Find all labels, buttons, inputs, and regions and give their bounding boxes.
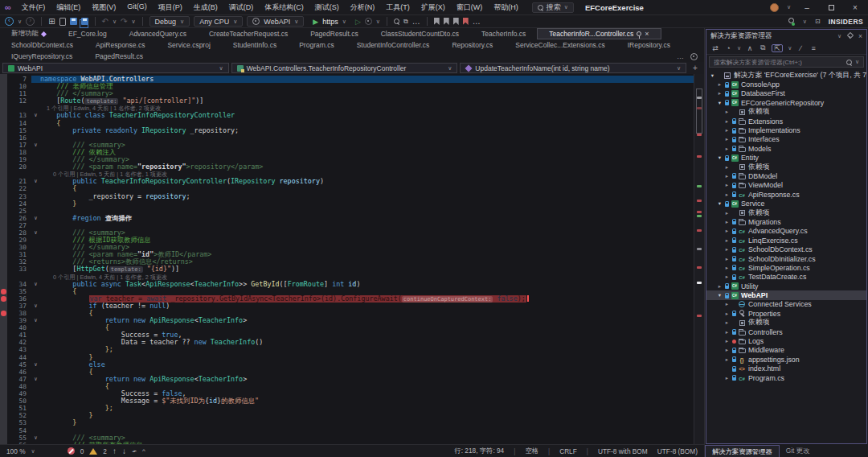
navigate-forward-icon[interactable] <box>26 17 35 26</box>
glyph-margin[interactable] <box>0 97 7 105</box>
tree-item[interactable]: ▸依赖项 <box>706 208 866 217</box>
glyph-margin[interactable] <box>0 134 7 142</box>
codelens-text[interactable]: 1 个引用 | Edwin, 4 天前 | 1 名作者, 2 项更改 <box>47 105 161 112</box>
expand-arrow-icon[interactable]: ▸ <box>723 127 731 134</box>
expand-arrow-icon[interactable]: ▸ <box>723 228 731 234</box>
live-share-icon[interactable] <box>787 18 795 26</box>
fold-arrow-icon[interactable]: ∨ <box>31 215 40 222</box>
preview-selected-items-icon[interactable]: ⧉ <box>759 44 767 52</box>
warning-count[interactable]: 2 <box>103 447 107 455</box>
glyph-margin[interactable] <box>0 120 7 127</box>
expand-arrow-icon[interactable]: ▸ <box>723 210 731 216</box>
tree-item[interactable]: ▸Utility <box>706 282 866 290</box>
menu-item[interactable]: 工具(T) <box>380 2 416 13</box>
code-line[interactable]: 46 { <box>0 368 694 376</box>
error-count[interactable]: 0 <box>80 447 84 455</box>
document-tab[interactable]: TeacherInfoR...Controller.cs× <box>537 28 661 39</box>
menu-item[interactable]: 文件(F) <box>16 2 51 13</box>
tree-item[interactable]: ▸依赖项 <box>706 163 866 171</box>
fold-arrow-icon[interactable]: ∨ <box>31 112 40 119</box>
pending-changes-filter-icon[interactable]: ◔ <box>724 44 732 52</box>
collapse-all-icon[interactable]: ∧ <box>746 44 754 52</box>
code-line[interactable]: 31 /// <param name="id">教师ID</param> <box>0 251 694 258</box>
codelens-row[interactable]: 0 个引用 | Edwin, 4 天前 | 1 名作者, 2 项更改 <box>0 274 694 281</box>
code-line[interactable]: 52 } <box>0 412 694 419</box>
zoom-chevron-icon[interactable]: ∨ <box>31 448 35 455</box>
code-line[interactable]: 14 { <box>0 120 694 127</box>
code-line[interactable]: 34∨ public async Task<ApiResponse<Teache… <box>0 281 694 288</box>
glyph-margin[interactable] <box>0 200 7 208</box>
navigate-back-chevron-icon[interactable]: ∨ <box>18 19 22 25</box>
tree-item[interactable]: ▸Controllers <box>706 327 866 336</box>
indentation-mode[interactable]: 空格 <box>525 447 538 455</box>
caret-position[interactable]: 行: 218, 字符: 94 <box>454 447 504 455</box>
tree-item[interactable]: ▸SimpleOperation.cs <box>706 263 866 272</box>
glyph-margin[interactable] <box>0 156 7 163</box>
platform-dropdown[interactable]: Any CPU∨ <box>194 16 243 27</box>
feedback-icon[interactable]: ⊡ <box>815 18 821 26</box>
document-tab[interactable]: Repository.cs <box>440 39 504 51</box>
document-tab[interactable]: TeacherInfo.cs <box>470 28 537 39</box>
undo-icon[interactable]: ↶ <box>102 18 108 26</box>
glyph-margin[interactable] <box>0 229 7 237</box>
code-line[interactable]: 19 /// </summary> <box>0 156 694 163</box>
tree-item[interactable]: ▸ConsoleApp <box>706 80 866 89</box>
tree-item[interactable]: ▾Entity <box>706 154 866 163</box>
code-line[interactable]: 49 Success = false, <box>0 390 694 397</box>
expand-arrow-icon[interactable]: ▸ <box>723 356 731 363</box>
glyph-margin[interactable] <box>0 346 7 353</box>
document-tab[interactable]: 新增功能 <box>0 28 57 39</box>
code-line[interactable]: 37∨ if (teacher != null) <box>0 303 694 310</box>
document-tab[interactable]: StudentInfo.cs <box>222 39 288 51</box>
member-dropdown[interactable]: UpdateTeacherInfoName(int id, string nam… <box>460 63 686 73</box>
glyph-margin[interactable] <box>0 112 7 119</box>
redo-icon[interactable]: ↷ <box>121 18 127 26</box>
fold-arrow-icon[interactable]: ∨ <box>31 317 40 324</box>
expand-arrow-icon[interactable]: ▸ <box>723 191 731 198</box>
document-tab[interactable]: CreateTeacherRequest.cs <box>198 28 299 39</box>
glyph-margin[interactable] <box>0 163 7 171</box>
code-line[interactable]: 35 { <box>0 288 694 295</box>
type-dropdown[interactable]: WebAPI.Controllers.TeacherInfoRepository… <box>231 63 458 73</box>
collapse-arrow-icon[interactable]: ▾ <box>716 200 723 207</box>
expand-arrow-icon[interactable]: ▸ <box>723 319 731 326</box>
glyph-margin[interactable] <box>0 427 7 434</box>
code-line[interactable]: 50 Message = $"未找到ID为{id}的教师信息" <box>0 397 694 405</box>
error-icon[interactable] <box>68 447 75 455</box>
glyph-margin[interactable] <box>0 127 7 134</box>
navigate-backward-icon[interactable] <box>5 17 14 26</box>
build-chevron-icon[interactable]: ∨ <box>376 19 380 25</box>
glyph-margin[interactable] <box>0 390 7 397</box>
menu-item[interactable]: 生成(B) <box>188 2 223 13</box>
next-bookmark-icon[interactable] <box>453 18 459 25</box>
glyph-margin[interactable] <box>0 258 7 266</box>
code-line[interactable]: 23 _repository = repository; <box>0 193 694 200</box>
glyph-margin[interactable] <box>0 208 7 215</box>
expand-arrow-icon[interactable]: ▸ <box>723 173 731 179</box>
close-button[interactable]: × <box>847 3 863 12</box>
glyph-margin[interactable] <box>0 142 7 149</box>
expand-arrow-icon[interactable]: ▸ <box>723 182 731 188</box>
panel-tab[interactable]: 解决方案资源管理器 <box>705 445 780 457</box>
glyph-margin[interactable] <box>0 361 7 368</box>
collapse-arrow-icon[interactable]: ▾ <box>716 154 723 161</box>
file-encoding[interactable]: UTF-8 with BOM <box>598 447 648 455</box>
code-line[interactable]: 30 /// </summary> <box>0 244 694 251</box>
glyph-margin[interactable] <box>0 171 7 178</box>
sync-with-active-document-icon[interactable]: ⇄ <box>711 44 719 52</box>
zoom-level[interactable]: 100 % <box>6 447 26 455</box>
code-line[interactable]: 48 { <box>0 383 694 390</box>
tree-item[interactable]: ▸LinqExercise.cs <box>706 236 866 245</box>
expand-arrow-icon[interactable]: ▸ <box>723 256 731 262</box>
new-project-icon[interactable]: ⊞ <box>48 18 55 26</box>
expand-arrow-icon[interactable]: ▸ <box>723 237 731 244</box>
glyph-margin[interactable] <box>0 274 7 281</box>
new-item-icon[interactable]: ∕ <box>796 44 805 52</box>
line-ending[interactable]: CRLF <box>559 447 577 455</box>
menu-item[interactable]: 体系结构(C) <box>259 2 309 13</box>
menu-item[interactable]: 测试(S) <box>309 2 345 13</box>
code-line[interactable]: 38 { <box>0 310 694 317</box>
glyph-margin[interactable] <box>0 303 7 310</box>
glyph-margin[interactable] <box>0 193 7 200</box>
editor-vertical-scrollbar[interactable] <box>694 74 704 444</box>
